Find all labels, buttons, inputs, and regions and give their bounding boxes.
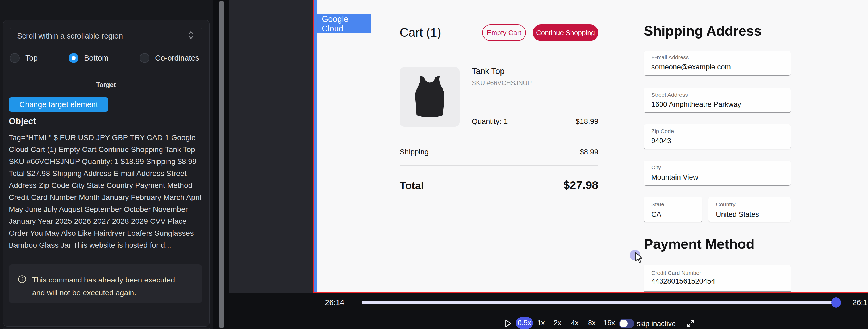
app-window: Scroll within a scrollable region Top Bo… <box>0 0 868 329</box>
zip-code-field[interactable]: Zip Code 94043 <box>644 124 790 150</box>
radio-top[interactable]: Top <box>10 53 38 63</box>
product-quantity: Quantity: 1 <box>472 117 508 126</box>
country-field-value: United States <box>716 210 759 219</box>
email-field[interactable]: E-mail Address someone@example.com <box>644 51 790 76</box>
change-target-button-label: Change target element <box>20 100 98 109</box>
street-address-field[interactable]: Street Address 1600 Amphitheatre Parkway <box>644 88 790 113</box>
timeline-thumb[interactable] <box>831 297 841 308</box>
scroll-anchor-radio-group: Top Bottom Co-ordinates <box>10 53 202 63</box>
divider-line <box>122 85 202 85</box>
radio-bottom-circle[interactable] <box>69 53 79 63</box>
total-value: $27.98 <box>539 178 598 192</box>
command-type-select[interactable]: Scroll within a scrollable region <box>10 28 202 44</box>
skip-inactive-toggle-knob[interactable] <box>620 320 628 327</box>
total-label: Total <box>400 180 424 192</box>
product-name: Tank Top <box>472 66 505 76</box>
shipping-row-value: $8.99 <box>545 148 598 156</box>
play-button[interactable] <box>503 318 513 329</box>
city-field-value: Mountain View <box>651 173 698 182</box>
cart-title: Cart (1) <box>400 25 441 40</box>
target-highlight-edge <box>314 0 317 292</box>
replay-stage-background <box>229 0 313 293</box>
mouse-cursor-icon <box>634 252 645 265</box>
radio-top-label: Top <box>25 54 38 62</box>
radio-coordinates-label: Co-ordinates <box>155 54 199 62</box>
product-sku: SKU #66VCHSJNUP <box>472 79 532 87</box>
country-field-label: Country <box>716 201 736 207</box>
country-field[interactable]: Country United States <box>708 197 790 223</box>
credit-card-number-value: 4432801561520454 <box>651 277 715 286</box>
radio-top-circle[interactable] <box>10 53 20 63</box>
zip-code-field-value: 94043 <box>651 137 671 145</box>
continue-shopping-button-label: Continue Shopping <box>536 29 595 37</box>
radio-bottom[interactable]: Bottom <box>69 53 108 63</box>
speed-1x-button[interactable]: 1x <box>537 319 545 327</box>
target-divider-label: Target <box>96 81 116 89</box>
skip-inactive-label: skip inactive <box>637 320 676 328</box>
credit-card-number-label: Credit Card Number <box>651 270 701 276</box>
continue-shopping-button[interactable]: Continue Shopping <box>533 25 598 41</box>
speed-2x-button[interactable]: 2x <box>554 319 561 327</box>
speed-4x-button[interactable]: 4x <box>571 319 579 327</box>
change-target-button[interactable]: Change target element <box>9 97 108 111</box>
timeline-track[interactable] <box>362 301 840 304</box>
shipping-row-label: Shipping <box>400 148 429 156</box>
email-field-value: someone@example.com <box>651 63 731 71</box>
speed-16x-button[interactable]: 16x <box>603 319 615 327</box>
state-field-value: CA <box>651 210 661 219</box>
payment-method-heading: Payment Method <box>644 236 754 252</box>
city-field-label: City <box>651 164 661 171</box>
state-field-label: State <box>651 201 664 207</box>
info-icon <box>18 275 26 285</box>
end-time: 26:1 <box>852 298 867 307</box>
street-address-field-value: 1600 Amphitheatre Parkway <box>651 100 741 109</box>
object-description-text: Tag="HTML" $ EUR USD JPY GBP TRY CAD 1 G… <box>9 132 202 251</box>
recording-border-left <box>313 0 314 293</box>
object-heading: Object <box>9 116 36 126</box>
command-type-select-value: Scroll within a scrollable region <box>17 32 187 40</box>
radio-coordinates-circle[interactable] <box>140 53 150 63</box>
cart-divider <box>400 140 598 141</box>
cart-divider <box>400 165 598 166</box>
target-section-divider: Target <box>10 81 202 89</box>
divider-line <box>10 85 90 85</box>
next-panel-top-edge <box>3 328 210 329</box>
skip-inactive-toggle[interactable] <box>619 319 634 328</box>
sidebar-divider <box>9 318 202 318</box>
speed-8x-button[interactable]: 8x <box>588 319 596 327</box>
street-address-field-label: Street Address <box>651 92 688 98</box>
radio-coordinates[interactable]: Co-ordinates <box>140 53 199 63</box>
select-updown-chevron-icon <box>187 30 195 42</box>
fullscreen-expand-icon[interactable] <box>686 319 695 329</box>
state-field[interactable]: State CA <box>644 197 702 223</box>
already-executed-notice: This command has already been executed a… <box>9 264 202 303</box>
product-image <box>400 67 460 127</box>
speed-0-5x-label: 0.5x <box>518 319 531 327</box>
city-field[interactable]: City Mountain View <box>644 161 790 186</box>
sidebar-scrollbar[interactable] <box>219 1 224 328</box>
radio-bottom-label: Bottom <box>84 54 108 62</box>
end-time-clip: 26:1 <box>852 298 868 308</box>
notice-text: This command has already been executed a… <box>32 273 186 299</box>
product-price: $18.99 <box>545 117 598 126</box>
empty-cart-button-label: Empty Cart <box>487 29 521 37</box>
current-time: 26:14 <box>325 298 344 307</box>
google-cloud-badge-label: Google Cloud <box>322 14 371 33</box>
email-field-label: E-mail Address <box>651 54 689 61</box>
speed-0-5x-button[interactable]: 0.5x <box>516 317 533 329</box>
shipping-address-heading: Shipping Address <box>644 23 762 39</box>
empty-cart-button[interactable]: Empty Cart <box>482 25 526 41</box>
zip-code-field-label: Zip Code <box>651 128 674 134</box>
google-cloud-badge: Google Cloud <box>314 14 371 33</box>
credit-card-number-field[interactable]: Credit Card Number 4432801561520454 <box>644 265 790 292</box>
